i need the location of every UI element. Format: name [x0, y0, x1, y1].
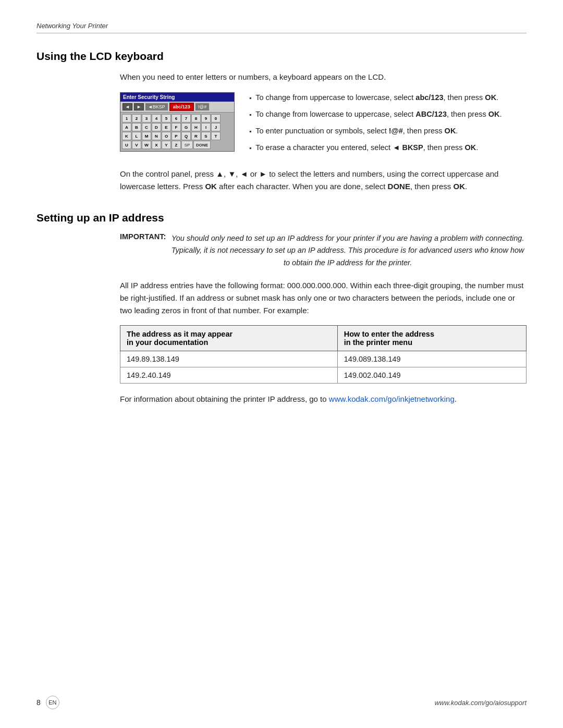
kodak-link[interactable]: www.kodak.com/go/inkjetnetworking [329, 394, 455, 403]
lcd-bullet-list: To change from uppercase to lowercase, s… [249, 92, 527, 158]
lcd-key-P[interactable]: P [172, 132, 181, 140]
table-col2-header: How to enter the address in the printer … [337, 325, 526, 351]
lcd-bksp-tab[interactable]: ◄BKSP [145, 103, 168, 110]
lcd-key-G[interactable]: G [181, 123, 191, 131]
lcd-key-T[interactable]: T [211, 132, 221, 140]
table-cell-addr1-menu: 149.089.138.149 [337, 351, 526, 367]
important-label: IMPORTANT: [120, 232, 166, 269]
section-ip-address: Setting up an IP address IMPORTANT: You … [36, 212, 527, 405]
lcd-keys-grid: 1 2 3 4 5 6 7 8 9 0 A [120, 113, 234, 151]
table-cell-addr1-doc: 149.89.138.149 [120, 351, 338, 367]
lcd-key-row-1: 1 2 3 4 5 6 7 8 9 0 [122, 114, 232, 122]
lcd-key-9[interactable]: 9 [201, 114, 211, 122]
lcd-key-E[interactable]: E [162, 123, 171, 131]
page-number: 8 [36, 698, 41, 707]
footer-link-text: For information about obtaining the prin… [120, 393, 527, 405]
lcd-key-O[interactable]: O [162, 132, 171, 140]
lcd-key-X[interactable]: X [152, 141, 161, 149]
lcd-key-Y[interactable]: Y [162, 141, 171, 149]
section2-heading: Setting up an IP address [36, 212, 527, 224]
bullet-item-1: To change from uppercase to lowercase, s… [249, 92, 527, 104]
lcd-key-M[interactable]: M [142, 132, 151, 140]
lcd-key-S[interactable]: S [201, 132, 211, 140]
lcd-key-Z[interactable]: Z [172, 141, 181, 149]
lcd-key-row-2: A B C D E F G H I J [122, 123, 232, 131]
table-cell-addr2-doc: 149.2.40.149 [120, 367, 338, 383]
lcd-key-F[interactable]: F [172, 123, 181, 131]
section1-body-para: On the control panel, press ▲, ▼, ◄ or ►… [120, 168, 527, 193]
bullet-item-2: To change from lowercase to uppercase, s… [249, 109, 527, 120]
section1-heading: Using the LCD keyboard [36, 50, 527, 63]
lcd-key-D[interactable]: D [152, 123, 161, 131]
lcd-key-A[interactable]: A [122, 123, 131, 131]
lcd-key-Q[interactable]: Q [181, 132, 191, 140]
lcd-keyboard-image: Enter Security String ◄ ► ◄BKSP abc/123 … [120, 92, 235, 152]
lcd-nav-left[interactable]: ◄ [123, 103, 132, 110]
page-header-title: Networking Your Printer [36, 22, 108, 30]
table-col1-header: The address as it may appear in your doc… [120, 325, 338, 351]
lcd-key-C[interactable]: C [142, 123, 151, 131]
lcd-key-6[interactable]: 6 [172, 114, 181, 122]
lcd-key-U[interactable]: U [122, 141, 131, 149]
ip-table: The address as it may appear in your doc… [120, 325, 527, 384]
table-row: 149.2.40.149 149.002.040.149 [120, 367, 527, 383]
lcd-key-row-3: K L M N O P Q R S T [122, 132, 232, 140]
en-badge: EN [46, 696, 59, 709]
lcd-key-DONE[interactable]: DONE [193, 141, 211, 149]
lcd-abc-tab[interactable]: abc/123 [169, 103, 194, 111]
table-row: 149.89.138.149 149.089.138.149 [120, 351, 527, 367]
lcd-key-V[interactable]: V [132, 141, 141, 149]
lcd-key-1[interactable]: 1 [122, 114, 131, 122]
lcd-key-W[interactable]: W [142, 141, 151, 149]
lcd-demo-area: Enter Security String ◄ ► ◄BKSP abc/123 … [120, 92, 527, 158]
important-block: IMPORTANT: You should only need to set u… [120, 232, 527, 269]
lcd-key-3[interactable]: 3 [142, 114, 151, 122]
ip-body-text: All IP address entries have the followin… [120, 279, 527, 317]
lcd-key-R[interactable]: R [191, 132, 201, 140]
table-cell-addr2-menu: 149.002.040.149 [337, 367, 526, 383]
lcd-key-SP[interactable]: SP [181, 141, 193, 149]
bullet-item-4: To erase a character you entered, select… [249, 142, 527, 154]
lcd-key-N[interactable]: N [152, 132, 161, 140]
section2-content: IMPORTANT: You should only need to set u… [120, 232, 527, 405]
page-header: Networking Your Printer [36, 21, 527, 33]
section1-content: When you need to enter letters or number… [120, 71, 527, 193]
lcd-key-7[interactable]: 7 [181, 114, 191, 122]
lcd-nav-right[interactable]: ► [134, 103, 144, 110]
lcd-key-J[interactable]: J [211, 123, 221, 131]
lcd-nav-row: ◄ ► ◄BKSP abc/123 !@# [120, 102, 234, 113]
bullet-item-3: To enter punctuation or symbols, select … [249, 126, 527, 137]
lcd-key-row-4: U V W X Y Z SP DONE [122, 141, 232, 149]
lcd-key-H[interactable]: H [191, 123, 201, 131]
lcd-key-4[interactable]: 4 [152, 114, 161, 122]
lcd-key-I[interactable]: I [201, 123, 211, 131]
lcd-symbol-tab[interactable]: !@# [195, 103, 210, 110]
lcd-key-0[interactable]: 0 [211, 114, 221, 122]
lcd-key-5[interactable]: 5 [162, 114, 171, 122]
footer-url: www.kodak.com/go/aiosupport [435, 699, 527, 707]
lcd-key-L[interactable]: L [132, 132, 141, 140]
page-container: Networking Your Printer Using the LCD ke… [0, 0, 563, 728]
page-footer: 8 EN www.kodak.com/go/aiosupport [0, 696, 563, 709]
lcd-title-bar: Enter Security String [120, 93, 234, 102]
lcd-key-B[interactable]: B [132, 123, 141, 131]
section1-intro: When you need to enter letters or number… [120, 71, 527, 83]
footer-left: 8 EN [36, 696, 59, 709]
important-text: You should only need to set up an IP add… [169, 232, 527, 269]
lcd-key-K[interactable]: K [122, 132, 131, 140]
section-lcd-keyboard: Using the LCD keyboard When you need to … [36, 50, 527, 193]
lcd-key-2[interactable]: 2 [132, 114, 141, 122]
lcd-key-8[interactable]: 8 [191, 114, 201, 122]
